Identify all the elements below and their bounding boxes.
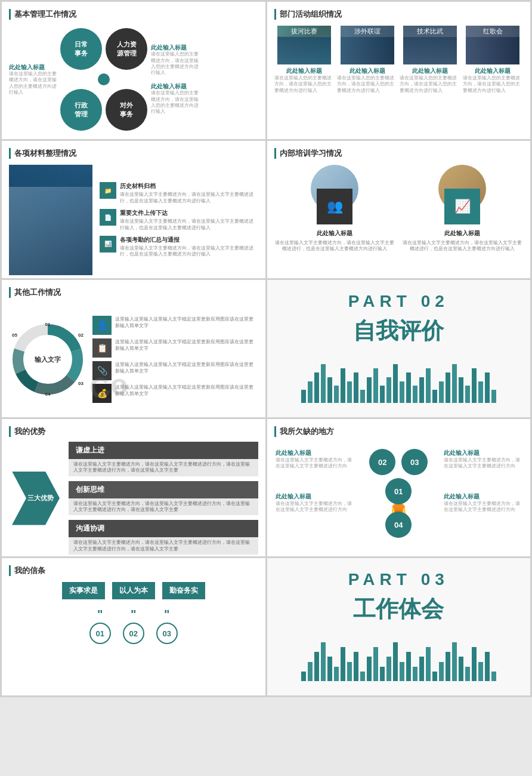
adv-block-2: 创新思维 请在这里输入文字主要概述方向，请在这里输入文字主要概述进行方向，请在这… xyxy=(69,481,258,516)
bar-item-5 xyxy=(334,386,339,403)
bar-item-24 xyxy=(459,657,463,681)
training-desc-2: 请在这里输入文字主要概述方向，请在这里输入文字主要概述进行，也是在这里输入主要概… xyxy=(401,240,523,252)
bar-item-19 xyxy=(426,647,431,681)
bar-item-17 xyxy=(413,667,417,681)
panel-mgmt: 基本管理工作情况 此处输入标题 请在这里输入您的主要概述方向，请在这里输入您的主… xyxy=(2,2,265,139)
arrow-container: 三大优势 xyxy=(9,472,63,525)
materials-content: 📁 历史材料归档 请在这里输入文字主要概述方向，请在这里输入文字主要概述进行，也… xyxy=(9,165,258,275)
training-img-container-2: 📈 xyxy=(401,165,523,224)
bar-item-20 xyxy=(432,390,437,403)
other-list-item-1: 👤 这里输入这里输入这里输入文字稳定这里更新应用图应该在这里更新输入简单文字 xyxy=(92,316,258,335)
chevron-label: 三大优势 xyxy=(18,494,54,503)
part02-title: 自我评价 xyxy=(353,316,444,346)
material-desc-2: 请在这里输入文字主要概述方向，请在这里输入文字主要概述进行输入，也是在这里输入主… xyxy=(120,218,258,231)
donut-center-label: 输入文字 xyxy=(35,355,61,364)
panel-training-title: 内部培训学习情况 xyxy=(274,148,524,159)
weakness-label-1: 此处输入标题 请在这里输入文字主要概述方向，请在这里输入文字主要概述进行方向 xyxy=(276,449,353,470)
training-title-2: 此处输入标题 xyxy=(444,229,480,238)
bar-item-25 xyxy=(465,386,470,403)
bar-item-13 xyxy=(386,657,391,681)
weakness-right: 此处输入标题 请在这里输入文字主要概述方向，请在这里输入文字主要概述进行方向 此… xyxy=(444,449,521,513)
belief-item-2: " 02 xyxy=(123,608,144,644)
materials-list: 📁 历史材料归档 请在这里输入文字主要概述方向，请在这里输入文字主要概述进行，也… xyxy=(100,165,258,275)
segment-label-1: 01 xyxy=(45,322,51,327)
bar-item-12 xyxy=(380,667,385,681)
bar-item-28 xyxy=(485,372,490,403)
training-title-1: 此处输入标题 xyxy=(317,229,352,238)
bar-item-22 xyxy=(446,372,450,403)
dept-label-2: 涉外联谊 xyxy=(341,26,394,37)
belief-items: " 01 " 02 " 03 xyxy=(9,608,258,644)
bar-item-6 xyxy=(341,368,345,403)
bar-item-4 xyxy=(327,657,332,681)
other-list-item-2: 📋 这里输入这里输入这里输入文字稳定这里更新应用图应该在这里更新输入简单文字 xyxy=(92,338,258,358)
weakness-content: 此处输入标题 请在这里输入文字主要概述方向，请在这里输入文字主要概述进行方向 此… xyxy=(274,443,524,553)
dept-item-2: 涉外联谊 此处输入标题 请在这里输入您的主要概述方向，请在这里输入您的主要概述方… xyxy=(337,26,397,94)
training-icon-box-2: 📈 xyxy=(444,189,480,224)
adv-title-2: 创新思维 xyxy=(69,481,258,498)
mgmt-circles: 日常事务 人力资源管理 行政管理 对外事务 xyxy=(60,28,147,131)
belief-box-2: 以人为本 xyxy=(112,582,155,599)
bar-chart-2 xyxy=(279,633,519,681)
adv-desc-1: 请在这里输入文字主要概述方向，请在这里输入文字主要概述进行方向，请在这里输入文字… xyxy=(69,459,258,476)
circle-04: 04 xyxy=(385,512,412,538)
other-text-4: 这里输入这里输入这里输入文字稳定这里更新应用图应该在这里更新输入简单文字 xyxy=(115,384,258,397)
other-icon-2: 📋 xyxy=(92,338,112,358)
mgmt-title-1: 此处输入标题 xyxy=(9,63,57,71)
dept-label-4: 红歌会 xyxy=(466,26,519,37)
panel-other-title: 其他工作情况 xyxy=(9,287,258,298)
panel-part02: PART 02 自我评价 xyxy=(267,280,531,417)
dept-img-1: 拔河比赛 xyxy=(277,26,331,64)
material-desc-1: 请在这里输入文字主要概述方向，请在这里输入文字主要概述进行，也是在这里输入主要概… xyxy=(120,192,258,204)
circles-row: 02 03 xyxy=(369,449,428,475)
part03-title: 工作体会 xyxy=(353,594,444,624)
bar-item-7 xyxy=(347,381,352,403)
bar-item-0 xyxy=(301,390,306,403)
weakness-center: 02 03 01 🧍 04 xyxy=(357,449,440,538)
weakness-left: 此处输入标题 请在这里输入文字主要概述方向，请在这里输入文字主要概述进行方向 此… xyxy=(276,449,353,513)
belief-item-1: " 01 xyxy=(89,608,111,644)
mgmt-content: 此处输入标题 请在这里输入您的主要概述方向，请在这里输入您的主要概述方向进行输入… xyxy=(9,26,258,133)
bar-item-10 xyxy=(367,377,372,403)
advantages-list: 谦虚上进 请在这里输入文字主要概述方向，请在这里输入文字主要概述进行方向，请在这… xyxy=(69,442,258,555)
bar-item-21 xyxy=(439,662,444,682)
dept-img-2: 涉外联谊 xyxy=(341,26,394,64)
bar-item-15 xyxy=(400,662,404,682)
belief-number-1: 01 xyxy=(89,623,111,644)
adv-block-3: 沟通协调 请在这里输入文字主要概述方向，请在这里输入文字主要概述进行方向，请在这… xyxy=(69,520,258,555)
part03-number: PART 03 xyxy=(348,570,449,589)
bar-item-3 xyxy=(321,364,326,403)
mgmt-circle-daily: 日常事务 xyxy=(60,28,102,70)
bar-item-0 xyxy=(301,672,306,681)
dept-img-4: 红歌会 xyxy=(466,26,519,64)
weakness-center-area: 01 🧍 04 xyxy=(357,478,440,538)
material-title-1: 历史材料归档 xyxy=(120,182,258,190)
belief-box-1: 实事求是 xyxy=(62,582,105,599)
bar-item-15 xyxy=(400,381,404,403)
material-item-2: 📄 重要文件上传下达 请在这里输入文字主要概述方向，请在这里输入文字主要概述进行… xyxy=(100,209,258,231)
bar-item-1 xyxy=(308,381,313,403)
part02-number: PART 02 xyxy=(348,292,449,311)
segment-label-5: 05 xyxy=(12,332,17,338)
chevron-shape: 三大优势 xyxy=(12,472,60,525)
other-icon-3: 📎 xyxy=(92,361,112,380)
dept-activities-grid: 拔河比赛 此处输入标题 请在这里输入您的主要概述方向，请在这里输入您的主要概述方… xyxy=(274,26,524,94)
other-icon-1: 👤 xyxy=(92,316,112,335)
panel-beliefs: 我的信条 实事求是 以人为本 勤奋务实 " 01 " 02 " 03 xyxy=(2,558,265,695)
bar-item-16 xyxy=(406,372,411,403)
segment-label-4: 04 xyxy=(45,392,51,397)
mgmt-circle-external: 对外事务 xyxy=(106,89,147,131)
bar-item-2 xyxy=(314,652,319,681)
training-icon-1: 👥 xyxy=(327,199,343,214)
bar-item-14 xyxy=(393,364,398,403)
material-text-1: 历史材料归档 请在这里输入文字主要概述方向，请在这里输入文字主要概述进行，也是在… xyxy=(120,182,258,204)
panel-materials-title: 各项材料整理情况 xyxy=(9,148,258,159)
weakness-label-3: 此处输入标题 请在这里输入文字主要概述方向，请在这里输入文字主要概述进行方向 xyxy=(276,492,353,513)
bar-item-10 xyxy=(367,657,372,681)
bar-item-5 xyxy=(334,667,339,681)
circle-03: 03 xyxy=(401,449,428,475)
panel-weakness: 我所欠缺的地方 此处输入标题 请在这里输入文字主要概述方向，请在这里输入文字主要… xyxy=(267,419,531,556)
training-desc-1: 请在这里输入文字主要概述方向，请在这里输入文字主要概述进行，也是在这里输入主要概… xyxy=(274,240,396,252)
adv-title-1: 谦虚上进 xyxy=(69,442,258,459)
training-img-container-1: 👥 xyxy=(274,165,396,224)
